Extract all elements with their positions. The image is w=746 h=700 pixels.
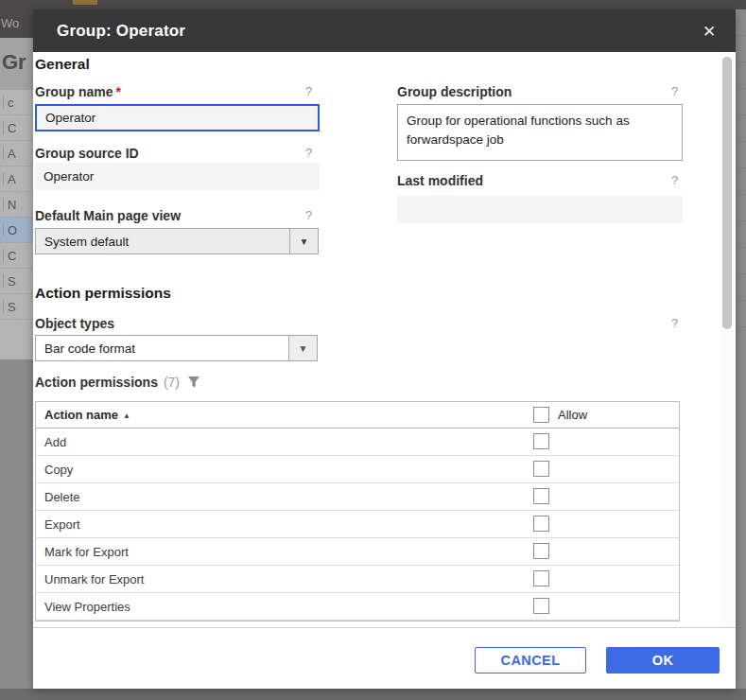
background-list-row: C [0, 115, 33, 141]
action-name-cell: Add [36, 435, 66, 449]
allow-checkbox[interactable] [533, 543, 549, 559]
table-row: Delete [36, 483, 679, 511]
background-list-strip: cCAANOCSS [0, 90, 33, 359]
action-name-cell: Mark for Export [36, 545, 129, 559]
last-modified-help-icon[interactable]: ? [671, 173, 678, 187]
table-row: Add [36, 429, 679, 456]
dialog-footer: CANCEL OK [33, 627, 736, 689]
table-row: Copy [36, 456, 679, 483]
group-description-label: Group description [397, 84, 512, 99]
screen: Wo Gr cCAANOCSS Group: Operator ✕ Genera… [0, 0, 746, 700]
table-row: Unmark for Export [36, 566, 679, 593]
background-top-bar [0, 0, 746, 9]
background-list-row: O [0, 218, 33, 243]
background-right-strip [736, 9, 746, 689]
group-description-textarea[interactable]: Group for operational functions such as … [397, 104, 683, 161]
action-name-cell: Export [36, 517, 80, 532]
group-source-id-help-icon[interactable]: ? [305, 146, 312, 160]
permissions-table: Action name▲ Allow AddCopyDeleteExportMa… [35, 401, 680, 621]
background-left-header: Wo [0, 9, 33, 38]
close-icon[interactable]: ✕ [697, 19, 721, 44]
background-list-row: c [0, 90, 33, 115]
last-modified-field [397, 196, 683, 223]
vertical-scrollbar[interactable] [720, 52, 734, 627]
object-types-help-icon[interactable]: ? [671, 316, 678, 330]
filter-icon[interactable] [187, 376, 200, 389]
dialog-title: Group: Operator [33, 22, 185, 41]
group-name-help-icon[interactable]: ? [305, 84, 312, 98]
section-action-permissions: Action permissions [35, 285, 171, 302]
allow-checkbox[interactable] [533, 433, 549, 449]
default-main-page-view-label: Default Main page view [35, 208, 181, 223]
object-types-dropdown[interactable]: Bar code format ▼ [35, 335, 318, 361]
allow-checkbox[interactable] [533, 488, 549, 504]
group-name-label: Group name* [35, 84, 121, 99]
allow-checkbox[interactable] [533, 598, 549, 614]
scrollbar-thumb[interactable] [722, 57, 732, 329]
group-source-id-field[interactable]: Operator [35, 163, 320, 190]
allow-checkbox[interactable] [533, 570, 549, 586]
last-modified-label: Last modified [397, 173, 483, 188]
background-page-title-strip: Gr [0, 38, 33, 90]
allow-all-checkbox[interactable] [533, 407, 549, 423]
background-list-row: S [0, 269, 33, 294]
required-asterisk: * [115, 84, 120, 99]
table-row: Export [36, 511, 679, 538]
ok-button[interactable]: OK [606, 647, 720, 674]
action-name-cell: Unmark for Export [36, 572, 144, 586]
chevron-down-icon[interactable]: ▼ [288, 336, 317, 360]
background-partial-text: Wo [1, 16, 19, 30]
action-permissions-list-title: Action permissions (7) [35, 375, 200, 390]
section-general: General [35, 56, 90, 73]
background-page-title-partial: Gr [2, 50, 26, 75]
cancel-button[interactable]: CANCEL [475, 647, 586, 674]
action-name-cell: Copy [36, 463, 73, 477]
group-description-help-icon[interactable]: ? [671, 84, 678, 98]
dialog-body: General Group name* ? Operator Group sou… [33, 52, 736, 627]
action-name-cell: View Properties [36, 600, 130, 614]
group-name-input[interactable]: Operator [35, 104, 320, 131]
background-left-lower [0, 359, 33, 689]
allow-checkbox[interactable] [533, 516, 549, 532]
default-main-page-view-help-icon[interactable]: ? [305, 208, 312, 222]
action-name-cell: Delete [36, 490, 80, 504]
permissions-table-header: Action name▲ Allow [36, 402, 679, 429]
background-list-row: C [0, 243, 33, 269]
permissions-count: (7) [164, 375, 180, 390]
table-row: View Properties [36, 593, 679, 621]
background-accent-bar [73, 0, 97, 5]
table-row: Mark for Export [36, 538, 679, 566]
background-list-row: S [0, 294, 33, 320]
background-bottom-bar [0, 689, 746, 700]
allow-checkbox[interactable] [533, 461, 549, 477]
allow-column-header: Allow [558, 408, 587, 422]
action-name-column-header[interactable]: Action name▲ [36, 408, 130, 422]
chevron-down-icon[interactable]: ▼ [289, 229, 318, 254]
dialog-header: Group: Operator ✕ [33, 9, 736, 52]
background-list-row: A [0, 141, 33, 166]
sort-ascending-icon: ▲ [123, 411, 130, 420]
background-list-row: N [0, 192, 33, 218]
background-list-row: A [0, 166, 33, 192]
group-source-id-label: Group source ID [35, 146, 139, 161]
group-dialog: Group: Operator ✕ General Group name* ? … [33, 9, 736, 689]
object-types-label: Object types [35, 316, 114, 331]
permissions-table-body: AddCopyDeleteExportMark for ExportUnmark… [36, 429, 679, 621]
default-main-page-view-dropdown[interactable]: System default ▼ [35, 228, 319, 254]
